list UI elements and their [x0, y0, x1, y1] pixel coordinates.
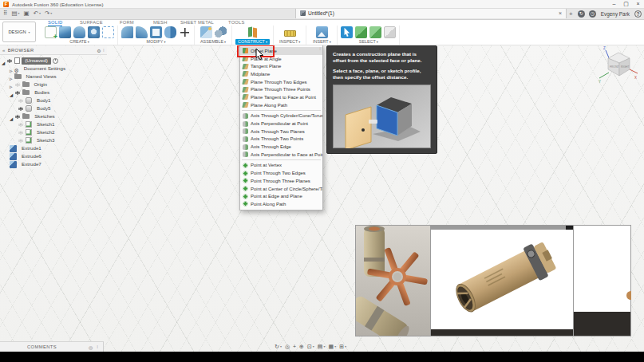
- eye-visible[interactable]: [14, 91, 21, 95]
- browser-row-named-views[interactable]: Named Views: [0, 73, 107, 81]
- menu-grip-icon[interactable]: ⁞: [319, 46, 321, 51]
- browser-settings-icon[interactable]: ⚙: [97, 48, 101, 53]
- pattern-icon[interactable]: [102, 26, 114, 38]
- document-tab[interactable]: Untitled*(1) ×: [295, 8, 567, 18]
- browser-row-sketch2[interactable]: Sketch2: [0, 128, 107, 136]
- measure-icon[interactable]: [284, 30, 296, 37]
- tab-surface[interactable]: SURFACE: [80, 20, 103, 25]
- viewcube-front-face[interactable]: FRONT: [610, 65, 619, 69]
- browser-row-body1[interactable]: Body1: [0, 96, 107, 104]
- orbit-icon[interactable]: ↻▾: [275, 342, 282, 352]
- select-cursor-icon[interactable]: [341, 26, 353, 38]
- eye-hidden[interactable]: [14, 83, 21, 87]
- menu-item-midplane[interactable]: Midplane: [240, 70, 322, 78]
- menu-item-point-through-two-edges[interactable]: Point Through Two Edges: [240, 169, 322, 177]
- menu-item-plane-through-three-points[interactable]: Plane Through Three Points: [240, 85, 322, 93]
- job-status-icon[interactable]: ↻: [578, 10, 585, 18]
- browser-row-extrude1[interactable]: Extrude1: [0, 144, 107, 152]
- browser-row-extrude6[interactable]: Extrude6: [0, 152, 107, 160]
- look-at-icon[interactable]: ◎: [285, 342, 290, 352]
- undo-icon[interactable]: ↶▾: [34, 8, 41, 19]
- new-component-icon[interactable]: [200, 26, 212, 38]
- sketch-icon[interactable]: [45, 26, 57, 38]
- menu-item-point-at-vertex[interactable]: Point at Vertex: [240, 162, 322, 170]
- minimize-button[interactable]: –: [608, 0, 620, 8]
- press-pull-icon[interactable]: [121, 26, 133, 38]
- tab-tools[interactable]: TOOLS: [228, 20, 245, 25]
- menu-item-axis-through-edge[interactable]: Axis Through Edge: [240, 143, 322, 151]
- user-account-button[interactable]: Evgeny Park: [601, 11, 630, 17]
- panel-grip-icon[interactable]: ⁞: [97, 344, 98, 350]
- grid-display-icon[interactable]: ▦▾: [329, 342, 337, 352]
- menu-item-plane-tangent-to-face-at-point[interactable]: Plane Tangent to Face at Point: [240, 93, 322, 101]
- move-icon[interactable]: [179, 26, 191, 38]
- close-tab-icon[interactable]: ×: [559, 10, 562, 16]
- menu-item-point-at-edge-and-plane[interactable]: Point at Edge and Plane: [240, 192, 322, 200]
- eye-hidden[interactable]: [18, 99, 24, 103]
- browser-row-origin[interactable]: Origin: [0, 81, 107, 89]
- browser-row-extrude7[interactable]: Extrude7: [0, 160, 107, 168]
- group-label-insert[interactable]: INSERT: [310, 39, 334, 45]
- eye-hidden[interactable]: [18, 123, 24, 127]
- eye-hidden[interactable]: [18, 139, 24, 143]
- notifications-icon[interactable]: ◷: [589, 10, 596, 18]
- comments-panel[interactable]: COMMENTS ◎⁞: [0, 341, 104, 352]
- browser-row-document-settings[interactable]: Document Settings: [0, 65, 107, 73]
- app-launcher-icon[interactable]: ⠿: [3, 8, 8, 19]
- redo-icon[interactable]: ↷▾: [45, 8, 52, 19]
- workspace-selector[interactable]: DESIGN ▾: [2, 22, 36, 42]
- revolve-icon[interactable]: [73, 26, 85, 38]
- menu-item-axis-through-two-planes[interactable]: Axis Through Two Planes: [240, 128, 322, 136]
- extrude-icon[interactable]: [59, 26, 71, 38]
- menu-item-plane-through-two-edges[interactable]: Plane Through Two Edges: [240, 78, 322, 86]
- viewcube-right-face[interactable]: RIGHT: [621, 65, 630, 69]
- panel-grip-icon[interactable]: ⁞: [103, 48, 105, 53]
- expander-expanded[interactable]: [10, 85, 13, 100]
- group-label-inspect[interactable]: INSPECT: [277, 39, 302, 45]
- menu-item-axis-perpendicular-to-face-at-point[interactable]: Axis Perpendicular to Face at Point: [240, 151, 322, 159]
- expander-expanded[interactable]: [2, 53, 5, 68]
- help-icon[interactable]: ?: [634, 10, 642, 18]
- menu-item-point-along-path[interactable]: Point Along Path: [240, 200, 322, 208]
- display-settings-icon[interactable]: ▤▾: [318, 342, 326, 352]
- pan-icon[interactable]: +: [293, 342, 296, 352]
- tab-form[interactable]: FORM: [120, 20, 134, 25]
- browser-row-body5[interactable]: Body5: [0, 104, 107, 112]
- construct-plane-icon[interactable]: [247, 26, 259, 38]
- expander-expanded[interactable]: [10, 109, 13, 124]
- new-document-button[interactable]: +: [569, 10, 573, 18]
- menu-item-axis-perpendicular-at-point[interactable]: Axis Perpendicular at Point: [240, 120, 322, 128]
- view-cube[interactable]: Z X Y FRONT RIGHT: [597, 45, 640, 88]
- insert-image-icon[interactable]: [316, 26, 328, 38]
- browser-row-bodies[interactable]: Bodies: [0, 89, 107, 96]
- tab-mesh[interactable]: MESH: [153, 20, 168, 25]
- fit-icon[interactable]: ⊡▾: [307, 342, 314, 352]
- menu-item-plane-at-angle[interactable]: Plane at Angle: [240, 55, 322, 63]
- menu-item-tangent-plane[interactable]: Tangent Plane: [240, 62, 322, 70]
- browser-row-sketches[interactable]: Sketches: [0, 112, 107, 120]
- shell-icon[interactable]: [150, 26, 162, 38]
- ghost-cube-icon[interactable]: [384, 26, 396, 38]
- browser-row-sketch1[interactable]: Sketch1: [0, 120, 107, 128]
- body-cube-icon[interactable]: [355, 26, 367, 38]
- collapse-panel-icon[interactable]: «: [2, 48, 6, 53]
- group-label-create[interactable]: CREATE: [67, 39, 91, 45]
- joint-icon[interactable]: [215, 26, 227, 38]
- menu-item-point-through-three-planes[interactable]: Point Through Three Planes: [240, 177, 322, 185]
- combine-icon[interactable]: [164, 26, 176, 38]
- group-label-construct[interactable]: CONSTRUCT: [235, 39, 270, 45]
- menu-item-axis-through-cylinder-cone-torus[interactable]: Axis Through Cylinder/Cone/Torus: [240, 112, 322, 120]
- save-icon[interactable]: ▣: [24, 8, 30, 19]
- eye-hidden[interactable]: [18, 131, 24, 135]
- viewports-icon[interactable]: ⊞▾: [339, 342, 346, 352]
- maximize-button[interactable]: ▢: [620, 0, 632, 8]
- menu-item-point-at-center-of-circle-sphere-torus[interactable]: Point at Center of Circle/Sphere/Torus: [240, 185, 322, 193]
- close-button[interactable]: ×: [632, 0, 644, 8]
- menu-item-plane-along-path[interactable]: Plane Along Path: [240, 101, 322, 109]
- browser-row-sketch3[interactable]: Sketch3: [0, 136, 107, 144]
- menu-item-offset-plane[interactable]: Offset Plane: [240, 47, 322, 55]
- component-cube-icon[interactable]: [369, 26, 381, 38]
- menu-item-axis-through-two-points[interactable]: Axis Through Two Points: [240, 136, 322, 144]
- zoom-icon[interactable]: ⊕: [299, 342, 304, 352]
- eye-visible[interactable]: [14, 115, 21, 119]
